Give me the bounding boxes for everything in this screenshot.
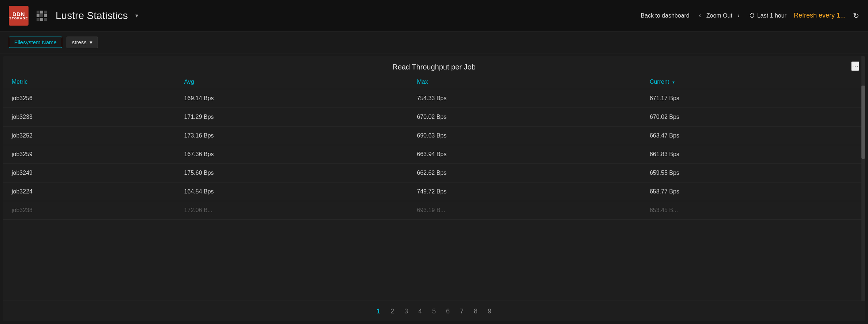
- cell-metric: job3233: [3, 108, 176, 127]
- back-to-dashboard-link[interactable]: Back to dashboard: [641, 12, 689, 19]
- app-title: Lustre Statistics: [56, 10, 128, 22]
- clock-icon: ⏱: [749, 12, 755, 19]
- cell-metric: job3224: [3, 182, 176, 201]
- grid-icon: [37, 11, 47, 21]
- cell-avg: 164.54 Bps: [176, 182, 408, 201]
- table-row: job3238172.06 B...693.19 B...653.45 B...: [3, 201, 865, 220]
- page-4-button[interactable]: 4: [415, 306, 426, 317]
- ddn-text: DDN: [12, 11, 25, 17]
- cell-max: 754.33 Bps: [408, 89, 641, 108]
- table-body: job3256169.14 Bps754.33 Bps671.17 Bpsjob…: [3, 89, 865, 220]
- header: DDN STORAGE Lustre Statistics ▾ Back to …: [0, 0, 868, 31]
- scrollbar-thumb[interactable]: [861, 86, 865, 159]
- refresh-icon[interactable]: ↻: [853, 11, 859, 20]
- table-header-row: Metric Avg Max Current ▾: [3, 75, 865, 89]
- zoom-out-label: Zoom Out: [706, 12, 732, 19]
- cell-current: 659.55 Bps: [641, 164, 865, 182]
- cell-max: 670.02 Bps: [408, 108, 641, 127]
- app-icon: [37, 11, 47, 21]
- page-9-button[interactable]: 9: [484, 306, 495, 317]
- cell-avg: 171.29 Bps: [176, 108, 408, 127]
- table-row: job3259167.36 Bps663.94 Bps661.83 Bps: [3, 145, 865, 164]
- cell-current: 661.83 Bps: [641, 145, 865, 164]
- sort-arrow-icon: ▾: [672, 80, 675, 85]
- page-6-button[interactable]: 6: [442, 306, 453, 317]
- table-row: job3249175.60 Bps662.62 Bps659.55 Bps: [3, 164, 865, 182]
- cell-avg: 175.60 Bps: [176, 164, 408, 182]
- main-content: Read Throughput per Job ⋯ Metric Avg Max…: [3, 56, 865, 321]
- table-head: Metric Avg Max Current ▾: [3, 75, 865, 89]
- cell-metric: job3252: [3, 127, 176, 145]
- zoom-prev-button[interactable]: ‹: [697, 11, 703, 20]
- cell-max: 663.94 Bps: [408, 145, 641, 164]
- col-header-max: Max: [408, 75, 641, 89]
- cell-max: 662.62 Bps: [408, 164, 641, 182]
- cell-avg: 173.16 Bps: [176, 127, 408, 145]
- cell-current: 670.02 Bps: [641, 108, 865, 127]
- filesystem-dropdown[interactable]: stress ▾: [67, 37, 98, 48]
- time-range: ⏱ Last 1 hour: [749, 12, 786, 19]
- page-1-button[interactable]: 1: [373, 306, 384, 317]
- col-header-current[interactable]: Current ▾: [641, 75, 865, 89]
- pagination: 123456789: [3, 301, 865, 321]
- cell-metric: job3249: [3, 164, 176, 182]
- logo-area: DDN STORAGE Lustre Statistics ▾: [9, 6, 138, 26]
- data-table: Metric Avg Max Current ▾ job3256169.14 B…: [3, 75, 865, 220]
- table-settings-button[interactable]: ⋯: [851, 61, 859, 71]
- cell-metric: job3259: [3, 145, 176, 164]
- col-header-metric: Metric: [3, 75, 176, 89]
- page-2-button[interactable]: 2: [387, 306, 398, 317]
- cell-current: 671.17 Bps: [641, 89, 865, 108]
- zoom-next-button[interactable]: ›: [735, 11, 742, 20]
- page-3-button[interactable]: 3: [401, 306, 412, 317]
- table-title: Read Throughput per Job: [392, 63, 476, 71]
- table-row: job3256169.14 Bps754.33 Bps671.17 Bps: [3, 89, 865, 108]
- filesystem-value: stress: [72, 39, 87, 45]
- cell-max: 690.63 Bps: [408, 127, 641, 145]
- cell-current: 663.47 Bps: [641, 127, 865, 145]
- table-row: job3224164.54 Bps749.72 Bps658.77 Bps: [3, 182, 865, 201]
- table-row: job3252173.16 Bps690.63 Bps663.47 Bps: [3, 127, 865, 145]
- page-8-button[interactable]: 8: [470, 306, 481, 317]
- filesystem-name-label: Filesystem Name: [9, 37, 62, 48]
- page-5-button[interactable]: 5: [429, 306, 439, 317]
- scrollbar-track[interactable]: [861, 56, 865, 321]
- ddn-logo: DDN STORAGE: [9, 6, 29, 26]
- time-range-label: Last 1 hour: [757, 12, 786, 19]
- cell-avg: 169.14 Bps: [176, 89, 408, 108]
- zoom-controls: ‹ Zoom Out ›: [697, 11, 742, 20]
- cell-current: 653.45 B...: [641, 201, 865, 220]
- cell-metric: job3256: [3, 89, 176, 108]
- filter-bar: Filesystem Name stress ▾: [0, 31, 868, 53]
- cell-current: 658.77 Bps: [641, 182, 865, 201]
- storage-text: STORAGE: [9, 17, 28, 20]
- app-title-dropdown-icon[interactable]: ▾: [135, 12, 138, 19]
- table-row: job3233171.29 Bps670.02 Bps670.02 Bps: [3, 108, 865, 127]
- filesystem-dropdown-arrow: ▾: [90, 39, 93, 46]
- cell-avg: 167.36 Bps: [176, 145, 408, 164]
- cell-max: 693.19 B...: [408, 201, 641, 220]
- cell-avg: 172.06 B...: [176, 201, 408, 220]
- col-header-avg: Avg: [176, 75, 408, 89]
- cell-max: 749.72 Bps: [408, 182, 641, 201]
- cell-metric: job3238: [3, 201, 176, 220]
- header-right: Back to dashboard ‹ Zoom Out › ⏱ Last 1 …: [641, 11, 859, 20]
- table-header-bar: Read Throughput per Job ⋯: [3, 56, 865, 75]
- refresh-interval-label[interactable]: Refresh every 1...: [794, 12, 846, 19]
- page-7-button[interactable]: 7: [456, 306, 467, 317]
